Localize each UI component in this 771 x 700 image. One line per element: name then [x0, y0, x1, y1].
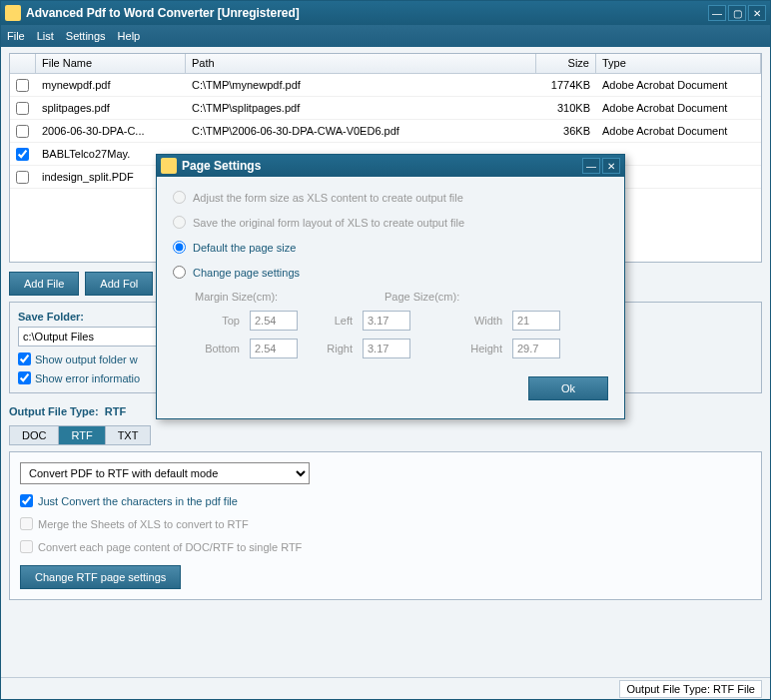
maximize-icon[interactable]: ▢: [728, 5, 746, 21]
table-row[interactable]: 2006-06-30-DPA-C... C:\TMP\2006-06-30-DP…: [10, 120, 761, 143]
left-label: Left: [308, 315, 353, 327]
statusbar: Output File Type: RTF File: [1, 677, 770, 699]
table-row[interactable]: mynewpdf.pdf C:\TMP\mynewpdf.pdf 1774KB …: [10, 74, 761, 97]
just-chars-checkbox[interactable]: [20, 494, 33, 507]
radio-change-settings[interactable]: [173, 266, 186, 279]
show-output-checkbox[interactable]: [18, 352, 31, 365]
radio-adjust-label: Adjust the form size as XLS content to c…: [193, 192, 463, 204]
cell-type: Adobe Acrobat Document: [596, 100, 761, 116]
cell-path: C:\TMP\2006-06-30-DPA-CWA-V0ED6.pdf: [186, 123, 536, 139]
cell-name: 2006-06-30-DPA-C...: [36, 123, 186, 139]
cell-type: Adobe Acrobat Document: [596, 123, 761, 139]
tab-txt[interactable]: TXT: [105, 425, 152, 445]
output-type-label: Output File Type:: [9, 405, 99, 417]
cell-path: C:\TMP\splitpages.pdf: [186, 100, 536, 116]
radio-default-label: Default the page size: [193, 242, 296, 254]
bottom-label: Bottom: [195, 343, 240, 354]
cell-name: splitpages.pdf: [36, 100, 186, 116]
merge-label: Merge the Sheets of XLS to convert to RT…: [38, 518, 249, 530]
close-icon[interactable]: ✕: [748, 5, 766, 21]
col-header-path[interactable]: Path: [186, 54, 536, 73]
col-header-name[interactable]: File Name: [36, 54, 186, 73]
dialog-minimize-icon[interactable]: —: [582, 158, 600, 174]
add-file-button[interactable]: Add File: [9, 272, 79, 296]
change-rtf-button[interactable]: Change RTF page settings: [20, 565, 181, 589]
page-size-label: Page Size(cm):: [385, 291, 504, 303]
menu-help[interactable]: Help: [118, 30, 141, 42]
row-checkbox[interactable]: [16, 171, 29, 184]
cell-name: mynewpdf.pdf: [36, 77, 186, 93]
top-input[interactable]: [250, 311, 298, 331]
right-label: Right: [308, 343, 353, 354]
cell-size: 310KB: [536, 100, 596, 116]
add-folder-button[interactable]: Add Fol: [85, 272, 153, 296]
bottom-input[interactable]: [250, 339, 298, 358]
left-input[interactable]: [363, 311, 410, 331]
dialog-title: Page Settings: [182, 159, 582, 173]
radio-change-label: Change page settings: [193, 267, 300, 279]
radio-default-size[interactable]: [173, 241, 186, 254]
show-output-label: Show output folder w: [35, 353, 138, 365]
top-label: Top: [195, 315, 240, 327]
ok-button[interactable]: Ok: [528, 376, 608, 400]
radio-adjust-form: [173, 191, 186, 204]
tab-doc[interactable]: DOC: [9, 425, 59, 445]
dialog-icon: [161, 158, 177, 174]
row-checkbox[interactable]: [16, 79, 29, 92]
margin-size-label: Margin Size(cm):: [195, 291, 375, 303]
show-error-label: Show error informatio: [35, 372, 140, 384]
height-input[interactable]: [512, 339, 560, 358]
each-page-label: Convert each page content of DOC/RTF to …: [38, 541, 302, 553]
row-checkbox[interactable]: [16, 148, 29, 161]
right-input[interactable]: [363, 339, 410, 358]
radio-save-layout: [173, 216, 186, 229]
status-output-type: Output File Type: RTF File: [619, 680, 762, 698]
col-header-type[interactable]: Type: [596, 54, 761, 73]
cell-path: C:\TMP\mynewpdf.pdf: [186, 77, 536, 93]
row-checkbox[interactable]: [16, 102, 29, 115]
height-label: Height: [460, 343, 502, 354]
tab-rtf[interactable]: RTF: [58, 425, 105, 445]
cell-size: 1774KB: [536, 77, 596, 93]
each-page-checkbox: [20, 540, 33, 553]
table-row[interactable]: splitpages.pdf C:\TMP\splitpages.pdf 310…: [10, 97, 761, 120]
dialog-close-icon[interactable]: ✕: [602, 158, 620, 174]
titlebar: Advanced Pdf to Word Converter [Unregist…: [1, 1, 770, 25]
cell-type: Adobe Acrobat Document: [596, 77, 761, 93]
output-type-value: RTF: [105, 405, 126, 417]
menubar: File List Settings Help: [1, 25, 770, 47]
col-header-size[interactable]: Size: [536, 54, 596, 73]
just-chars-label: Just Convert the characters in the pdf f…: [38, 495, 238, 507]
cell-size: 36KB: [536, 123, 596, 139]
show-error-checkbox[interactable]: [18, 371, 31, 384]
page-settings-dialog: Page Settings — ✕ Adjust the form size a…: [156, 154, 625, 419]
row-checkbox[interactable]: [16, 125, 29, 138]
convert-mode-dropdown[interactable]: Convert PDF to RTF with default mode: [20, 462, 310, 484]
app-icon: [5, 5, 21, 21]
width-input[interactable]: [512, 311, 560, 331]
menu-settings[interactable]: Settings: [66, 30, 106, 42]
radio-save-label: Save the original form layout of XLS to …: [193, 217, 464, 229]
width-label: Width: [460, 315, 502, 327]
merge-checkbox: [20, 517, 33, 530]
minimize-icon[interactable]: —: [708, 5, 726, 21]
menu-file[interactable]: File: [7, 30, 25, 42]
rtf-panel: Convert PDF to RTF with default mode Jus…: [9, 451, 762, 600]
menu-list[interactable]: List: [37, 30, 54, 42]
window-title: Advanced Pdf to Word Converter [Unregist…: [26, 6, 708, 20]
